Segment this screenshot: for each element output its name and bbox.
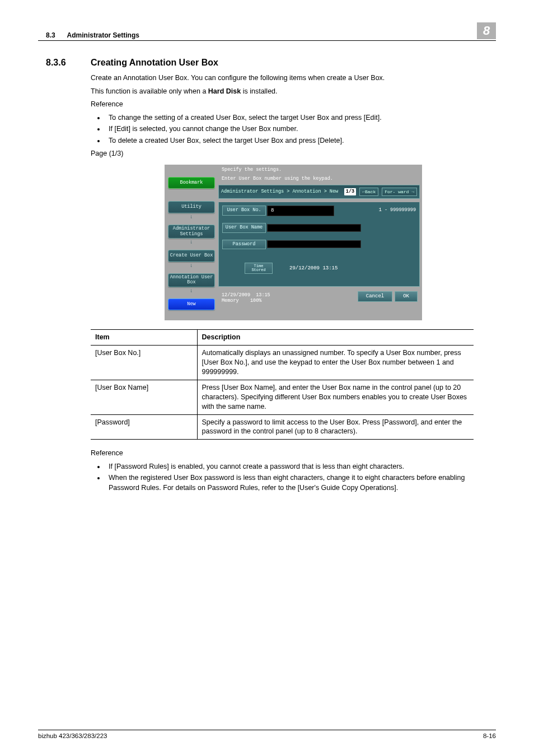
device-bottom-bar: 12/29/2009 13:15 Memory 100% Cancel OK xyxy=(218,290,420,309)
ok-button[interactable]: OK xyxy=(395,291,418,302)
device-page-count: 1/3 xyxy=(344,188,356,196)
intro-paragraph-2: This function is available only when a H… xyxy=(91,87,496,97)
arrow-down-icon: ↓ xyxy=(190,287,193,295)
password-value xyxy=(267,240,361,248)
desc-cell: Press [User Box Name], and enter the Use… xyxy=(197,380,474,414)
create-user-box-button[interactable]: Create User Box xyxy=(168,250,215,262)
section-title: Administrator Settings xyxy=(67,31,139,39)
section-breadcrumb: 8.3 Administrator Settings xyxy=(38,31,139,39)
device-breadcrumb: Administrator Settings > Annotation > Ne… xyxy=(221,189,341,195)
item-cell: [User Box Name] xyxy=(91,380,197,414)
cancel-button[interactable]: Cancel xyxy=(358,291,392,302)
bookmark-button[interactable]: Bookmark xyxy=(168,177,215,189)
range-hint: 1 - 999999999 xyxy=(379,207,416,214)
chapter-flag: 8 xyxy=(477,22,496,39)
device-panel-body: User Box No. 8 1 - 999999999 User Box Na… xyxy=(218,202,420,287)
item-cell: [Password] xyxy=(91,414,197,440)
list-item: When the registered User Box password is… xyxy=(105,473,496,493)
user-box-no-button[interactable]: User Box No. xyxy=(222,206,266,216)
arrow-down-icon: ↓ xyxy=(190,239,193,246)
table-row: [User Box Name] Press [User Box Name], a… xyxy=(91,380,474,414)
item-cell: [User Box No.] xyxy=(91,346,197,380)
item-description-table: Item Description [User Box No.] Automati… xyxy=(91,329,474,440)
arrow-down-icon: ↓ xyxy=(190,262,193,270)
user-box-name-button[interactable]: User Box Name xyxy=(222,223,266,233)
utility-button[interactable]: Utility xyxy=(168,201,215,213)
subsection-title: Creating Annotation User Box xyxy=(91,58,218,68)
administrator-settings-button[interactable]: Administrator Settings xyxy=(168,225,215,239)
page-indicator: Page (1/3) xyxy=(91,149,496,159)
subsection-heading: 8.3.6 Creating Annotation User Box xyxy=(38,58,496,68)
device-panel: Bookmark Utility ↓ Administrator Setting… xyxy=(165,165,422,321)
list-item: To change the setting of a created User … xyxy=(105,113,496,123)
back-button[interactable]: ←Back xyxy=(359,188,378,196)
reference-label-1: Reference xyxy=(91,100,496,110)
forward-button[interactable]: For- ward → xyxy=(382,188,417,196)
device-figure: Bookmark Utility ↓ Administrator Setting… xyxy=(91,165,496,324)
intro-paragraph-1: Create an Annotation User Box. You can c… xyxy=(91,73,496,83)
list-item: If [Edit] is selected, you cannot change… xyxy=(105,124,496,134)
device-status-meta: 12/29/2009 13:15 Memory 100% xyxy=(222,293,270,304)
footer-page-number: 8-16 xyxy=(483,732,496,739)
desc-cell: Specify a password to limit access to th… xyxy=(197,414,474,440)
table-head-desc: Description xyxy=(197,330,474,346)
list-item: To delete a created User Box, select the… xyxy=(105,136,496,146)
time-stored-value: 29/12/2009 13:15 xyxy=(274,265,338,272)
hard-disk-bold: Hard Disk xyxy=(208,87,241,95)
section-number: 8.3 xyxy=(46,31,55,39)
new-button[interactable]: New xyxy=(168,298,215,311)
list-item: If [Password Rules] is enabled, you cann… xyxy=(105,462,496,472)
device-sidebar: Bookmark Utility ↓ Administrator Setting… xyxy=(165,165,218,314)
table-head-item: Item xyxy=(91,330,197,346)
reference-list-2: If [Password Rules] is enabled, you cann… xyxy=(105,462,496,493)
arrow-down-icon: ↓ xyxy=(190,213,193,221)
subsection-number: 8.3.6 xyxy=(38,58,91,68)
reference-label-2: Reference xyxy=(91,449,496,459)
user-box-no-value: 8 xyxy=(267,206,334,216)
reference-list-1: To change the setting of a created User … xyxy=(105,113,496,146)
footer-product: bizhub 423/363/283/223 xyxy=(38,732,107,739)
annotation-user-box-button[interactable]: Annotation User Box xyxy=(168,273,215,287)
page-header: 8.3 Administrator Settings 8 xyxy=(38,22,496,41)
password-button[interactable]: Password xyxy=(222,240,266,250)
device-titlebar: Administrator Settings > Annotation > Ne… xyxy=(218,185,420,199)
user-box-name-value xyxy=(267,224,361,232)
time-stored-label: Time Stored xyxy=(245,263,273,274)
page-footer: bizhub 423/363/283/223 8-16 xyxy=(38,730,496,739)
table-row: [Password] Specify a password to limit a… xyxy=(91,414,474,440)
device-instructions: Specify the settings. Enter User Box num… xyxy=(222,167,420,181)
table-row: [User Box No.] Automatically displays an… xyxy=(91,346,474,380)
desc-cell: Automatically displays an unassigned num… xyxy=(197,346,474,380)
